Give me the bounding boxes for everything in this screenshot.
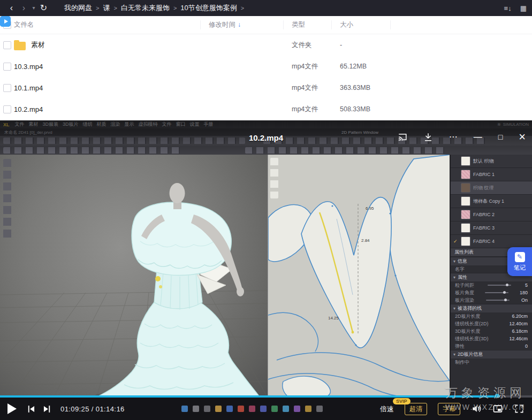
column-modified[interactable]: 修改时间↓ bbox=[201, 20, 284, 29]
maximize-button[interactable]: □ bbox=[498, 130, 503, 144]
video-player: XL 文件素材3D服装3D板片缝纫材质渲染显示虚拟模特文件窗口设置手册 ≋SIM… bbox=[0, 120, 532, 420]
fabric-item[interactable]: FABRIC 3 bbox=[451, 222, 532, 235]
collapse-icon: ▾ bbox=[453, 259, 455, 264]
breadcrumb: 我的网盘 > 课 > 白无常未来服饰 > 10节创意服饰案例 > bbox=[60, 3, 244, 13]
column-size[interactable]: 大小 bbox=[332, 20, 391, 29]
row-checkbox[interactable] bbox=[3, 84, 11, 92]
file-row[interactable]: 10.1.mp4 mp4文件 363.63MB bbox=[0, 77, 532, 98]
netdisk-window: ‹ › ▾ ↻ 我的网盘 > 课 > 白无常未来服饰 > 10节创意服饰案例 >… bbox=[0, 0, 532, 420]
row-checkbox[interactable] bbox=[3, 105, 11, 113]
download-icon[interactable] bbox=[423, 132, 433, 142]
breadcrumb-item-current[interactable]: 10节创意服饰案例 bbox=[177, 3, 240, 13]
pattern-window-2d: 6.95 2.84 14.25 bbox=[268, 155, 450, 398]
forward-icon[interactable]: › bbox=[18, 0, 30, 16]
panel-row: 3D板片长度6.18cm bbox=[451, 327, 532, 335]
panel-section-selected-line[interactable]: ▾被选择的线 bbox=[451, 304, 532, 312]
top-navbar: ‹ › ▾ ↻ 我的网盘 > 课 > 白无常未来服饰 > 10节创意服饰案例 >… bbox=[0, 0, 532, 16]
mannequin-3d-view bbox=[0, 155, 268, 398]
fabric-item[interactable]: FABRIC 1 bbox=[451, 168, 532, 181]
panel-row: 弹性0 bbox=[451, 342, 532, 350]
notes-button[interactable]: ✎ 笔记 bbox=[507, 247, 532, 276]
file-size: 363.63MB bbox=[332, 84, 391, 91]
row-checkbox[interactable] bbox=[3, 41, 11, 49]
sort-desc-icon: ↓ bbox=[238, 21, 241, 28]
simulation-icon: ≋ bbox=[497, 122, 501, 127]
file-row[interactable]: 10.3.mp4 mp4文件 65.12MB bbox=[0, 56, 532, 77]
breadcrumb-item[interactable]: 课 bbox=[99, 3, 113, 13]
minimize-button[interactable]: — bbox=[474, 130, 482, 144]
play-button[interactable] bbox=[7, 403, 17, 414]
pip-icon[interactable] bbox=[492, 403, 503, 414]
volume-icon[interactable] bbox=[471, 403, 482, 414]
file-row[interactable]: 10.2.mp4 mp4文件 508.33MB bbox=[0, 98, 532, 120]
collapse-icon: ▾ bbox=[453, 306, 455, 311]
viewport-3d bbox=[0, 155, 268, 398]
panel-row: 2D板片长度6.20cm bbox=[451, 312, 532, 320]
fabric-item[interactable]: 织物 纹理 bbox=[451, 181, 532, 195]
file-list: 文件名 修改时间↓ 类型 大小 素材 文件夹 - 10.3.mp4 mp4文件 … bbox=[0, 16, 532, 120]
fabric-item[interactable]: FABRIC 2 bbox=[451, 208, 532, 222]
file-name[interactable]: 10.2.mp4 bbox=[14, 105, 43, 113]
viewport-3d-tools bbox=[3, 159, 11, 240]
view-toggle-icon[interactable]: ▦ bbox=[520, 4, 527, 12]
quality-button[interactable]: 超清 bbox=[405, 403, 427, 415]
back-icon[interactable]: ‹ bbox=[5, 0, 18, 16]
pattern-2d-view: 6.95 2.84 14.25 bbox=[268, 155, 450, 398]
subtitle-button[interactable]: 字幕 bbox=[438, 403, 460, 415]
svg-text:2.84: 2.84 bbox=[361, 238, 370, 243]
video-app-menubar: XL 文件素材3D服装3D板片缝纫材质渲染显示虚拟模特文件窗口设置手册 ≋SIM… bbox=[0, 120, 532, 128]
history-caret-icon[interactable]: ▾ bbox=[30, 0, 37, 16]
file-name[interactable]: 素材 bbox=[31, 40, 45, 50]
fabric-item[interactable]: 默认 织物 bbox=[451, 155, 532, 168]
simulation-label: SIMULATION bbox=[503, 122, 529, 127]
close-button[interactable]: × bbox=[519, 130, 526, 144]
fabric-item[interactable]: 增样条 Copy 1 bbox=[451, 195, 532, 208]
next-episode-button[interactable] bbox=[42, 404, 52, 414]
breadcrumb-item[interactable]: 白无常未来服饰 bbox=[117, 3, 173, 13]
refresh-icon[interactable]: ↻ bbox=[37, 0, 50, 16]
file-type: mp4文件 bbox=[284, 105, 332, 114]
panel-section-2d-info[interactable]: ▾2D板片信息 bbox=[451, 350, 532, 358]
video-file-icon bbox=[0, 16, 11, 27]
properties-panel: 默认 织物 FABRIC 1 织物 纹理 增样条 Copy 1 FABRIC 2… bbox=[450, 155, 532, 398]
fabric-item-selected[interactable]: ✓FABRIC 4 bbox=[451, 235, 532, 248]
video-frame[interactable]: XL 文件素材3D服装3D板片缝纫材质渲染显示虚拟模特文件窗口设置手册 ≋SIM… bbox=[0, 120, 532, 398]
file-row-folder[interactable]: 素材 文件夹 - bbox=[0, 34, 532, 56]
speed-button[interactable]: 倍速 bbox=[380, 405, 394, 413]
fullscreen-icon[interactable] bbox=[514, 403, 525, 414]
svg-text:6.95: 6.95 bbox=[366, 206, 374, 211]
breadcrumb-item-root[interactable]: 我的网盘 bbox=[60, 3, 96, 13]
file-name[interactable]: 10.1.mp4 bbox=[14, 84, 43, 92]
folder-icon bbox=[14, 42, 26, 50]
more-options-icon[interactable]: ⋯ bbox=[449, 130, 458, 144]
file-name[interactable]: 10.3.mp4 bbox=[14, 63, 43, 71]
collapse-icon: ▾ bbox=[453, 352, 455, 357]
toolbar-3d-icons-2 bbox=[3, 147, 183, 154]
svg-text:14.25: 14.25 bbox=[328, 316, 339, 320]
file-type: mp4文件 bbox=[284, 62, 332, 71]
column-name[interactable]: 文件名 bbox=[14, 20, 201, 29]
panel-row-slider[interactable]: 粒子间距5 bbox=[451, 281, 532, 289]
file-size: 65.12MB bbox=[332, 63, 391, 70]
video-app-toolbar-2 bbox=[0, 146, 532, 155]
previous-episode-button[interactable] bbox=[26, 404, 36, 414]
video-taskbar-icons bbox=[181, 406, 188, 412]
file-list-header: 文件名 修改时间↓ 类型 大小 bbox=[0, 16, 532, 34]
panel-row: 缝纫线长度(2D)12.40cm bbox=[451, 320, 532, 327]
cast-icon[interactable] bbox=[398, 132, 407, 142]
collapse-icon: ▾ bbox=[453, 275, 455, 280]
column-type[interactable]: 类型 bbox=[284, 20, 332, 29]
sort-icon[interactable]: ≡↓ bbox=[504, 4, 512, 12]
pattern-2d-tools bbox=[270, 158, 278, 198]
svip-badge[interactable]: SVIP bbox=[393, 398, 411, 404]
breadcrumb-separator: > bbox=[241, 5, 244, 11]
row-checkbox[interactable] bbox=[3, 63, 11, 71]
panel-row-slider[interactable]: 板片角度180 bbox=[451, 289, 532, 296]
toolbar-2d-icons-2 bbox=[245, 147, 447, 154]
panel-row: 缝纫线长度(3D)12.46cm bbox=[451, 335, 532, 342]
video-app-logo: XL bbox=[3, 122, 10, 127]
panel-row: 制作中 bbox=[451, 358, 532, 366]
panel-row-toggle[interactable]: 板片渲染On bbox=[451, 296, 532, 304]
file-type: mp4文件 bbox=[284, 83, 332, 93]
time-display: 01:09:25 / 01:14:16 bbox=[60, 405, 125, 413]
